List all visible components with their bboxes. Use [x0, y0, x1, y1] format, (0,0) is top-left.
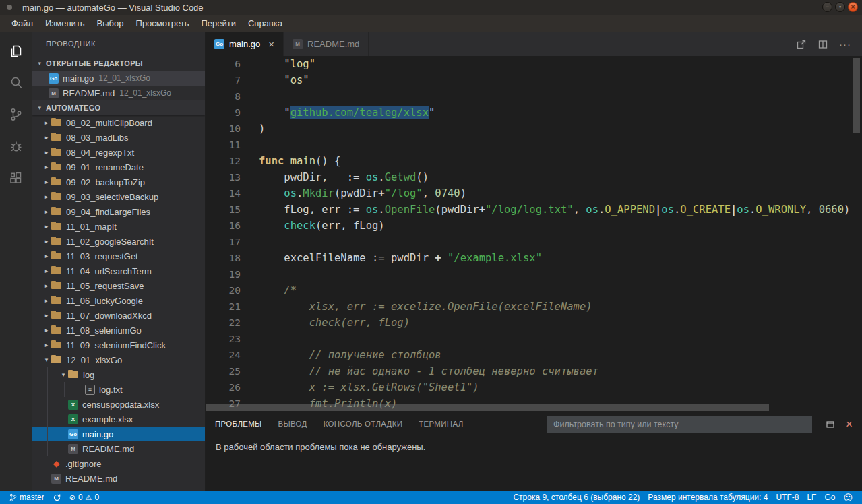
chevron-down-icon[interactable]: ▾ [42, 356, 51, 363]
tree-folder-11_09_seleniumFindClick[interactable]: ▸11_09_seleniumFindClick [32, 338, 205, 352]
problems-indicator[interactable]: ⊘ 0 ⚠ 0 [65, 491, 103, 504]
tree-folder-11_01_mapIt[interactable]: ▸11_01_mapIt [32, 219, 205, 234]
chevron-right-icon[interactable]: ▸ [42, 342, 51, 348]
encoding-indicator[interactable]: UTF-8 [772, 491, 803, 504]
code-line: 7 "os" [206, 72, 862, 88]
txt-file-icon: ≡ [85, 385, 95, 395]
git-branch-indicator[interactable]: master [5, 491, 49, 504]
chevron-right-icon[interactable]: ▸ [42, 134, 51, 141]
maximize-button[interactable]: ▫ [835, 2, 845, 12]
chevron-right-icon[interactable]: ▸ [42, 253, 51, 259]
sidebar-explorer: ПРОВОДНИК ▾ ОТКРЫТЫЕ РЕДАКТОРЫ Gomain.go… [32, 32, 206, 491]
activity-explorer[interactable] [0, 35, 32, 67]
split-editor-icon[interactable] [818, 39, 828, 50]
sync-button[interactable] [49, 491, 65, 504]
panel-tab-terminal[interactable]: ТЕРМИНАЛ [419, 413, 463, 435]
vertical-scrollbar[interactable] [853, 58, 860, 133]
open-editors-header[interactable]: ▾ ОТКРЫТЫЕ РЕДАКТОРЫ [32, 56, 205, 71]
activity-source-control[interactable] [0, 98, 32, 130]
tree-file-README.md[interactable]: MREADME.md [32, 471, 205, 486]
line-number: 19 [206, 266, 259, 282]
menu-item-selection[interactable]: Выбор [91, 15, 130, 32]
tree-folder-12_01_xlsxGo[interactable]: ▾12_01_xlsxGo [32, 352, 205, 367]
chevron-right-icon[interactable]: ▸ [42, 149, 51, 156]
tree-folder-log[interactable]: ▾log [32, 367, 205, 382]
chevron-right-icon[interactable]: ▸ [42, 208, 51, 215]
chevron-right-icon[interactable]: ▸ [42, 179, 51, 185]
tree-item-label: README.md [65, 474, 117, 484]
tree-folder-09_03_selectiveBackup[interactable]: ▸09_03_selectiveBackup [32, 189, 205, 204]
activity-search[interactable] [0, 67, 32, 98]
chevron-right-icon[interactable]: ▸ [42, 267, 51, 274]
close-panel-icon[interactable]: × [846, 418, 853, 430]
tree-folder-09_02_backupToZip[interactable]: ▸09_02_backupToZip [32, 175, 205, 189]
tree-file-log.txt[interactable]: ≡log.txt [32, 382, 205, 397]
chevron-right-icon[interactable]: ▸ [42, 297, 51, 304]
activity-debug[interactable] [0, 130, 32, 162]
panel-tab-output[interactable]: ВЫВОД [278, 413, 307, 435]
language-indicator[interactable]: Go [820, 491, 839, 504]
code-line: 21 xlsx, err := excelize.OpenFile(excelF… [206, 298, 862, 315]
open-editor-item[interactable]: MREADME.md12_01_xlsxGo [32, 86, 205, 100]
chevron-right-icon[interactable]: ▸ [42, 312, 51, 319]
open-changes-icon[interactable] [796, 39, 807, 50]
indentation-indicator[interactable]: Размер интервала табуляции: 4 [644, 491, 772, 504]
menu-item-view[interactable]: Просмотреть [130, 15, 195, 32]
tab-readme-md[interactable]: M README.md [284, 32, 369, 56]
chevron-right-icon[interactable]: ▸ [42, 282, 51, 289]
maximize-panel-icon[interactable] [826, 420, 835, 429]
menu-item-edit[interactable]: Изменить [39, 15, 91, 32]
workspace-header[interactable]: ▾ AUTOMATEGO [32, 100, 205, 115]
tree-folder-11_04_urlSearchTerm[interactable]: ▸11_04_urlSearchTerm [32, 263, 205, 278]
menu-item-file[interactable]: Файл [5, 15, 39, 32]
go-file-icon: Go [49, 73, 59, 84]
tree-folder-09_01_renameDate[interactable]: ▸09_01_renameDate [32, 160, 205, 175]
tree-folder-08_02_multiClipBoard[interactable]: ▸08_02_multiClipBoard [32, 115, 205, 130]
tree-folder-11_06_luckyGoogle[interactable]: ▸11_06_luckyGoogle [32, 293, 205, 308]
tree-folder-11_03_requestGet[interactable]: ▸11_03_requestGet [32, 249, 205, 263]
eol-indicator[interactable]: LF [803, 491, 820, 504]
open-editor-detail: 12_01_xlsxGo [98, 73, 150, 83]
open-editor-item[interactable]: Gomain.go12_01_xlsxGo [32, 71, 205, 86]
line-number: 7 [206, 72, 259, 88]
feedback-smiley[interactable]: ☺ [839, 491, 857, 504]
cursor-position-indicator[interactable]: Строка 9, столбец 6 (выбрано 22) [509, 491, 644, 504]
folder-icon [51, 192, 62, 201]
horizontal-scrollbar[interactable] [206, 404, 769, 411]
chevron-right-icon[interactable]: ▸ [42, 164, 51, 170]
panel-tab-debug-console[interactable]: КОНСОЛЬ ОТЛАДКИ [324, 413, 403, 435]
tree-folder-08_03_madLibs[interactable]: ▸08_03_madLibs [32, 130, 205, 145]
md-file-icon: M [51, 474, 61, 484]
tree-file-README.md[interactable]: MREADME.md [32, 441, 205, 456]
close-button[interactable]: × [848, 2, 858, 12]
activity-extensions[interactable] [0, 162, 32, 193]
tree-file-example.xlsx[interactable]: Xexample.xlsx [32, 412, 205, 427]
chevron-down-icon[interactable]: ▾ [59, 371, 68, 378]
code-editor[interactable]: 6 "log"7 "os"89 "github.com/tealeg/xlsx"… [206, 56, 862, 412]
minimize-button[interactable]: − [822, 2, 832, 12]
tree-file-censuspopdata.xlsx[interactable]: Xcensuspopdata.xlsx [32, 397, 205, 412]
chevron-right-icon[interactable]: ▸ [42, 223, 51, 230]
tree-folder-11_07_downloadXkcd[interactable]: ▸11_07_downloadXkcd [32, 308, 205, 323]
tree-folder-09_04_findLargeFiles[interactable]: ▸09_04_findLargeFiles [32, 204, 205, 219]
menu-item-help[interactable]: Справка [242, 15, 288, 32]
tree-folder-11_02_googleSearchIt[interactable]: ▸11_02_googleSearchIt [32, 234, 205, 249]
chevron-right-icon[interactable]: ▸ [42, 119, 51, 126]
panel-tab-problems[interactable]: ПРОБЛЕМЫ [215, 413, 262, 435]
xlsx-file-icon: X [68, 400, 78, 410]
app-menu-dot[interactable] [7, 5, 12, 10]
tab-main-go[interactable]: Go main.go × [206, 32, 284, 56]
chevron-right-icon[interactable]: ▸ [42, 327, 51, 334]
tree-file-main.go[interactable]: Gomain.go [32, 427, 205, 441]
chevron-right-icon[interactable]: ▸ [42, 193, 51, 200]
line-number: 10 [206, 121, 259, 137]
more-actions-icon[interactable]: ··· [839, 38, 851, 50]
problems-filter-input[interactable] [547, 416, 812, 433]
tree-file-.gitignore[interactable]: ◆.gitignore [32, 456, 205, 471]
tree-folder-11_08_seleniumGo[interactable]: ▸11_08_seleniumGo [32, 323, 205, 338]
menu-item-go[interactable]: Перейти [195, 15, 242, 32]
tree-folder-11_05_requestSave[interactable]: ▸11_05_requestSave [32, 278, 205, 293]
chevron-right-icon[interactable]: ▸ [42, 238, 51, 245]
tree-folder-08_04_regexpTxt[interactable]: ▸08_04_regexpTxt [32, 145, 205, 160]
close-tab-icon[interactable]: × [268, 39, 274, 49]
